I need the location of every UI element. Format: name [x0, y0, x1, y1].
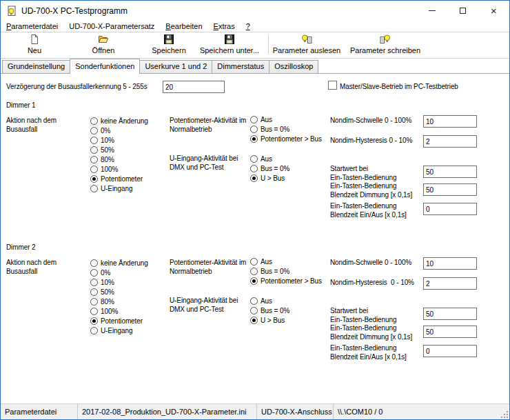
radio-u-aus[interactable]: Aus [250, 296, 272, 306]
dimmer-2-section: Dimmer 2 Aktion nach dem Busausfall kein… [1, 243, 507, 361]
status-text: 2017-02-08_Produktion_UD-700-X-Parameter… [82, 408, 246, 416]
open-button[interactable]: Öffnen [83, 34, 124, 57]
menu-parametersatz[interactable]: UD-700-X-Parametersatz [63, 21, 160, 31]
radio-0-percent[interactable]: 0% [90, 268, 110, 277]
radio-u-aus[interactable]: Aus [250, 154, 272, 163]
radio-label: Aus [261, 116, 272, 123]
menu-parameterdatei[interactable]: Parameterdatei [1, 21, 63, 31]
nondim-schwelle-label: Nondim-Schwelle 0 - 100% [330, 116, 411, 125]
tab-grundeinstellung[interactable]: Grundeinstellung [2, 60, 70, 73]
nondim-schwelle-input[interactable] [423, 115, 477, 128]
read-parameters-button[interactable]: Parameter auslesen [271, 34, 343, 57]
radio-icon [90, 146, 98, 154]
radio-icon [250, 317, 258, 324]
master-slave-label: Master/Slave-Betrieb im PC-Testbetrieb [340, 82, 458, 91]
resize-grip-icon[interactable] [500, 410, 509, 419]
radio-label: keine Änderung [101, 259, 148, 267]
tab-userkurve-1-und-2[interactable]: Userkurve 1 und 2 [139, 60, 212, 73]
radio-label: 0% [101, 269, 110, 277]
tab-sonderfunktionen[interactable]: Sonderfunktionen [70, 59, 140, 74]
radio-u-eingang[interactable]: U-Eingang [90, 326, 132, 335]
busausfall-delay-input[interactable] [163, 81, 225, 93]
radio-100-percent[interactable]: 100% [90, 306, 118, 316]
radio-poti-bus-0[interactable]: Bus = 0% [250, 266, 289, 276]
dimmer-title: Dimmer 2 [6, 243, 36, 252]
nondim-hysteresis-input[interactable] [423, 277, 477, 290]
radio-label: Aus [261, 297, 272, 305]
write-parameters-button[interactable]: Parameter schreiben [344, 34, 427, 57]
menu-extras[interactable]: Extras [208, 21, 241, 31]
radio-label: Bus = 0% [261, 268, 289, 275]
radio-0-percent[interactable]: 0% [90, 126, 110, 135]
radio-100-percent[interactable]: 100% [90, 164, 118, 174]
minimize-button[interactable] [416, 1, 447, 21]
tool-label: Parameter schreiben [350, 46, 420, 54]
radio-10-percent[interactable]: 10% [90, 277, 114, 287]
radio-icon [250, 268, 258, 275]
radio-label: Potentiometer > Bus [261, 135, 322, 143]
nondim-hysteresis-input[interactable] [423, 135, 477, 148]
radio-poti-aus[interactable]: Aus [250, 257, 272, 266]
menu-bearbeiten[interactable]: Bearbeiten [160, 21, 207, 31]
maximize-icon [460, 8, 466, 14]
nondim-schwelle-input[interactable] [423, 257, 477, 270]
blendzeit-ein-aus-input[interactable] [423, 345, 477, 357]
status-text: \\.\COM10 / 0 [338, 408, 382, 416]
radio-potentiometer[interactable]: Potentiometer [90, 316, 143, 326]
radio-poti-bus-0[interactable]: Bus = 0% [250, 124, 289, 134]
radio-u-bus-0[interactable]: Bus = 0% [250, 163, 289, 173]
status-text: Parameterdatei [5, 408, 57, 416]
radio-icon [250, 307, 258, 314]
startwert-input[interactable] [423, 166, 477, 178]
tool-label: Speichern [152, 46, 186, 54]
save-button[interactable]: Speichern [138, 34, 200, 57]
radio-icon [90, 175, 98, 183]
new-button[interactable]: Neu [17, 34, 52, 57]
radio-icon [90, 317, 98, 325]
blendzeit-ein-aus-input[interactable] [423, 203, 477, 215]
radio-icon [90, 288, 98, 296]
radio-u-eingang[interactable]: U-Eingang [90, 183, 132, 193]
tab-strip: Grundeinstellung Sonderfunktionen Userku… [1, 59, 509, 74]
toolbar: Neu Öffnen Speichern [1, 32, 509, 59]
tab-oszilloskop[interactable]: Oszilloskop [269, 60, 318, 73]
menu-help[interactable]: ? [241, 21, 256, 31]
status-parameter-file: 2017-02-08_Produktion_UD-700-X-Parameter… [78, 404, 257, 419]
close-button[interactable]: × [478, 1, 509, 21]
master-slave-checkbox[interactable] [328, 81, 337, 90]
blendzeit-ein-aus-label: Ein-Tasten-Bedienung Blendzeit Ein/Aus [… [330, 201, 407, 219]
u-eingang-activity-label: U-Eingang-Aktivität bei DMX und PC-Test [170, 296, 238, 314]
radio-poti-gt-bus[interactable]: Potentiometer > Bus [250, 134, 322, 143]
tool-label: Öffnen [92, 46, 115, 54]
radio-50-percent[interactable]: 50% [90, 287, 114, 297]
startwert-input[interactable] [423, 308, 477, 320]
radio-potentiometer[interactable]: Potentiometer [90, 174, 143, 183]
radio-poti-aus[interactable]: Aus [250, 114, 272, 124]
radio-label: Bus = 0% [261, 165, 289, 172]
status-text: UD-700-X-Anschluss [261, 408, 332, 416]
blendzeit-dimmung-input[interactable] [423, 183, 477, 196]
radio-80-percent[interactable]: 80% [90, 154, 114, 164]
radio-label: 0% [101, 127, 110, 134]
radio-icon [90, 308, 98, 315]
radio-10-percent[interactable]: 10% [90, 135, 114, 145]
startwert-label: Startwert bei Ein-Tasten-Bedienung [330, 164, 396, 182]
maximize-button[interactable] [447, 1, 478, 21]
radio-label: 100% [101, 308, 118, 315]
radio-u-gt-bus[interactable]: U > Bus [250, 173, 285, 183]
blendzeit-dimmung-label: Ein-Tasten-Bedienung Blendzeit Dimmung [… [330, 181, 412, 199]
radio-50-percent[interactable]: 50% [90, 145, 114, 154]
radio-icon [90, 298, 98, 306]
tab-dimmerstatus[interactable]: Dimmerstatus [212, 60, 269, 73]
action-label: Aktion nach dem Busausfall [6, 116, 57, 134]
radio-label: 10% [101, 279, 114, 286]
radio-80-percent[interactable]: 80% [90, 297, 114, 306]
save-as-button[interactable]: Speichern unter... [194, 34, 265, 57]
radio-u-bus-0[interactable]: Bus = 0% [250, 306, 289, 315]
radio-label: U-Eingang [101, 327, 132, 334]
radio-keine-aenderung[interactable]: keine Änderung [90, 258, 148, 268]
radio-poti-gt-bus[interactable]: Potentiometer > Bus [250, 276, 322, 286]
radio-keine-aenderung[interactable]: keine Änderung [90, 116, 148, 126]
radio-u-gt-bus[interactable]: U > Bus [250, 315, 285, 325]
blendzeit-dimmung-input[interactable] [423, 326, 477, 338]
